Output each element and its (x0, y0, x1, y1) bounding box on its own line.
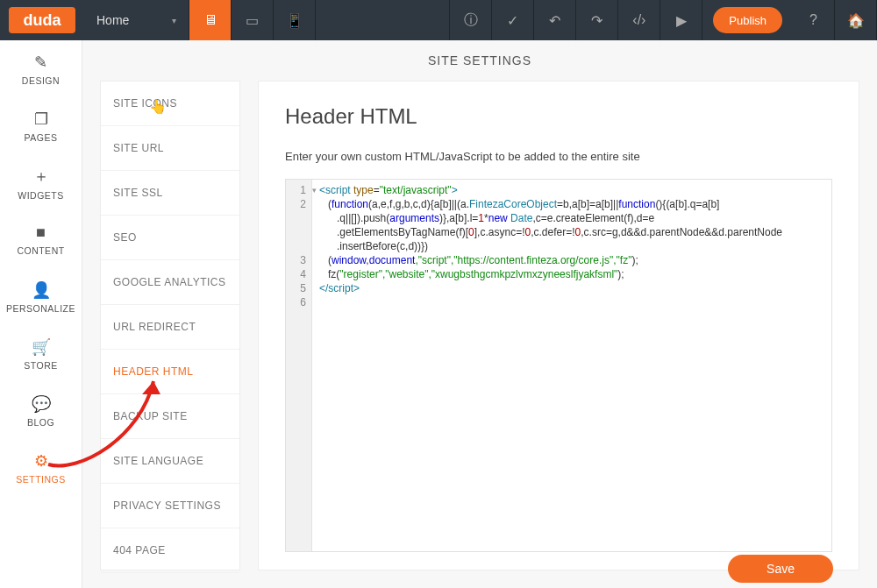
sidebar-item-label: STORE (24, 360, 57, 371)
check-icon[interactable]: ✓ (492, 0, 534, 40)
editor-code[interactable]: <script type="text/javascript"> (functio… (312, 180, 831, 551)
pencil-icon: ✎ (34, 53, 47, 72)
settings-item-url-redirect[interactable]: URL REDIRECT (101, 305, 239, 350)
settings-item-404-page[interactable]: 404 PAGE (101, 528, 239, 573)
chevron-down-icon: ▾ (172, 16, 176, 25)
sidebar-item-blog[interactable]: 💬BLOG (0, 382, 82, 439)
plus-icon: ＋ (33, 166, 49, 187)
settings-item-site-url[interactable]: SITE URL (101, 126, 239, 171)
settings-item-backup-site[interactable]: BACKUP SITE (101, 394, 239, 439)
logo: duda (9, 7, 75, 33)
desktop-icon[interactable]: 🖥 (189, 0, 232, 40)
redo-icon[interactable]: ↷ (576, 0, 618, 40)
panel-title: Header HTML (285, 104, 832, 129)
save-button[interactable]: Save (728, 555, 833, 583)
play-icon[interactable]: ▶ (660, 0, 702, 40)
cart-icon: 🛒 (32, 337, 51, 357)
person-icon: 👤 (32, 280, 51, 300)
sidebar-item-label: BLOG (27, 417, 54, 428)
sidebar-item-label: DESIGN (22, 75, 60, 86)
code-icon[interactable]: ‹/› (618, 0, 660, 40)
tablet-icon[interactable]: ▭ (232, 0, 274, 40)
sidebar-item-design[interactable]: ✎DESIGN (0, 40, 82, 97)
settings-item-privacy-settings[interactable]: PRIVACY SETTINGS (101, 484, 239, 528)
help-icon[interactable]: ? (793, 0, 835, 40)
main-panel: Header HTML Enter your own custom HTML/J… (258, 81, 859, 570)
settings-item-site-language[interactable]: SITE LANGUAGE (101, 439, 239, 484)
sidebar-item-store[interactable]: 🛒STORE (0, 325, 82, 382)
settings-item-seo[interactable]: SEO (101, 216, 239, 260)
topbar: duda Home ▾ 🖥 ▭ 📱 ⓘ ✓ ↶ ↷ ‹/› ▶ Publish … (0, 0, 877, 40)
sidebar-item-content[interactable]: ■CONTENT (0, 211, 82, 268)
sidebar-item-pages[interactable]: ❐PAGES (0, 97, 82, 154)
panel-description: Enter your own custom HTML/JavaScript to… (285, 150, 832, 163)
page-selector-label: Home (96, 13, 129, 27)
sidebar-item-label: WIDGETS (18, 190, 64, 201)
undo-icon[interactable]: ↶ (534, 0, 576, 40)
sidebar-item-settings[interactable]: ⚙SETTINGS (0, 439, 82, 496)
folder-icon: ■ (36, 223, 46, 242)
code-editor[interactable]: 1 2 3 4 5 6 <script type="text/javascrip… (285, 179, 832, 552)
sidebar-item-label: CONTENT (17, 245, 64, 256)
sidebar-item-widgets[interactable]: ＋WIDGETS (0, 154, 82, 211)
gear-icon: ⚙ (34, 451, 48, 471)
device-switcher: 🖥 ▭ 📱 (189, 0, 316, 40)
settings-sublist: SITE ICONS SITE URL SITE SSL SEO GOOGLE … (100, 81, 240, 570)
sidebar-item-label: PAGES (25, 132, 58, 143)
chat-icon: 💬 (32, 394, 51, 414)
sidebar-item-personalize[interactable]: 👤PERSONALIZE (0, 268, 82, 325)
home-icon[interactable]: 🏠 (835, 0, 877, 40)
sidebar-item-label: SETTINGS (16, 474, 66, 485)
content-area: SITE SETTINGS SITE ICONS SITE URL SITE S… (82, 40, 877, 588)
pages-icon: ❐ (34, 110, 48, 129)
settings-item-site-ssl[interactable]: SITE SSL (101, 171, 239, 216)
page-selector[interactable]: Home ▾ (84, 0, 189, 40)
save-row: Save (728, 555, 833, 583)
panel-wrap: SITE ICONS SITE URL SITE SSL SEO GOOGLE … (82, 81, 877, 588)
sidebar-item-label: PERSONALIZE (6, 303, 75, 314)
settings-item-google-analytics[interactable]: GOOGLE ANALYTICS (101, 260, 239, 305)
settings-item-header-html[interactable]: HEADER HTML (101, 350, 239, 394)
left-sidebar: ✎DESIGN ❐PAGES ＋WIDGETS ■CONTENT 👤PERSON… (0, 40, 82, 588)
publish-button[interactable]: Publish (713, 7, 782, 33)
toolbar-spacer (316, 0, 450, 40)
mobile-icon[interactable]: 📱 (274, 0, 316, 40)
section-title: SITE SETTINGS (82, 40, 877, 81)
settings-item-site-icons[interactable]: SITE ICONS (101, 81, 239, 126)
info-icon[interactable]: ⓘ (450, 0, 492, 40)
editor-gutter: 1 2 3 4 5 6 (286, 180, 312, 551)
